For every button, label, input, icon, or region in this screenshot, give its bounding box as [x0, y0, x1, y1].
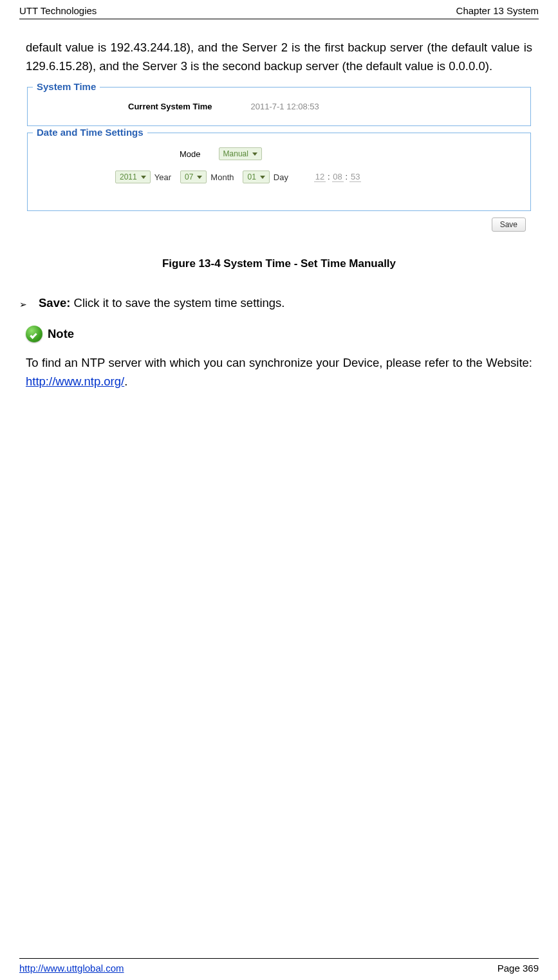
footer-page: Page 369	[498, 963, 539, 974]
save-bullet-label: Save:	[39, 296, 70, 310]
chevron-down-icon	[141, 176, 146, 179]
year-dropdown[interactable]: 2011	[115, 171, 151, 183]
mode-label: Mode	[180, 149, 201, 159]
header-right: Chapter 13 System	[456, 5, 539, 16]
footer-divider	[19, 958, 539, 959]
save-button[interactable]: Save	[492, 217, 526, 232]
bullet-icon: ➢	[19, 299, 27, 310]
chevron-down-icon	[260, 176, 265, 179]
day-label: Day	[274, 172, 288, 182]
day-dropdown[interactable]: 01	[243, 171, 269, 183]
time-display[interactable]: 12:08:53	[314, 172, 361, 182]
footer: http://www.uttglobal.com Page 369	[19, 953, 539, 974]
figure-caption: Figure 13-4 System Time - Set Time Manua…	[19, 257, 539, 270]
note-body: To find an NTP server with which you can…	[26, 354, 532, 391]
system-time-panel: System Time Current System Time 2011-7-1…	[27, 87, 531, 126]
year-dropdown-value: 2011	[120, 172, 137, 181]
time-hours[interactable]: 12	[314, 172, 326, 182]
ntp-link[interactable]: http://www.ntp.org/	[26, 374, 124, 388]
system-time-legend: System Time	[33, 81, 100, 92]
mode-dropdown-value: Manual	[223, 149, 248, 158]
chevron-down-icon	[197, 176, 202, 179]
save-bullet-body: Click it to save the system time setting…	[70, 296, 284, 310]
note-body-pre: To find an NTP server with which you can…	[26, 356, 532, 369]
time-minutes[interactable]: 08	[332, 172, 344, 182]
month-label: Month	[210, 172, 234, 182]
chevron-down-icon	[252, 153, 257, 156]
date-time-settings-legend: Date and Time Settings	[33, 127, 147, 138]
header-divider	[19, 19, 539, 19]
date-time-settings-panel: Date and Time Settings Mode Manual 2011 …	[27, 133, 531, 211]
save-bullet-text: Save: Click it to save the system time s…	[39, 296, 284, 310]
year-label: Year	[154, 172, 171, 182]
header-left: UTT Technologies	[19, 5, 97, 16]
month-dropdown-value: 07	[185, 172, 193, 181]
current-system-time-label: Current System Time	[128, 102, 212, 111]
mode-dropdown[interactable]: Manual	[219, 147, 262, 160]
intro-paragraph: default value is 192.43.244.18), and the…	[26, 39, 532, 75]
day-dropdown-value: 01	[247, 172, 256, 181]
current-system-time-value: 2011-7-1 12:08:53	[251, 102, 319, 111]
time-seconds[interactable]: 53	[349, 172, 361, 182]
check-circle-icon	[26, 326, 42, 342]
note-label: Note	[48, 327, 74, 341]
footer-link[interactable]: http://www.uttglobal.com	[19, 963, 124, 974]
note-body-post: .	[124, 374, 127, 388]
month-dropdown[interactable]: 07	[180, 171, 207, 183]
